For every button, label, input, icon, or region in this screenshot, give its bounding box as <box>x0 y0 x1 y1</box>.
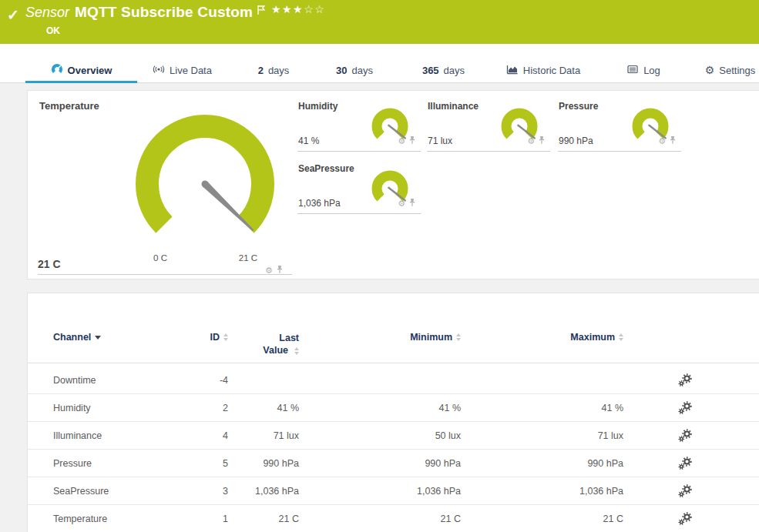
mini-gauge-pressure: Pressure 990 hPa ⚙ <box>558 101 681 152</box>
pin-icon[interactable] <box>276 263 284 277</box>
channel-last-value: 71 lux <box>230 422 299 450</box>
tab-historic-data-label: Historic Data <box>523 65 580 76</box>
channel-maximum: 990 hPa <box>469 450 623 477</box>
channel-settings-gear-icon[interactable]: ⚙ <box>398 199 405 208</box>
tab-bar: Overview Live Data 2 days 30 days 365 da… <box>0 44 759 83</box>
table-row: Humidity 2 41 % 41 % 41 % <box>28 394 759 422</box>
mini-gauge-value: 71 lux <box>428 136 452 146</box>
mini-gauge-title: Illuminance <box>428 101 479 112</box>
area-chart-icon <box>506 63 519 78</box>
channel-settings-gears-icon[interactable] <box>654 450 716 477</box>
tab-log[interactable]: Log <box>620 58 667 82</box>
tab-365-days[interactable]: 365 days <box>407 58 480 82</box>
channel-id: -4 <box>151 366 228 394</box>
channel-last-value <box>230 366 299 394</box>
column-header-minimum[interactable]: Minimum <box>307 332 461 343</box>
tab-2-days-word: days <box>268 65 289 76</box>
gauge-max-label: 21 C <box>231 253 265 263</box>
table-header: Channel ID Last Value Minimum Maximum <box>28 293 759 363</box>
channel-id: 2 <box>151 394 228 422</box>
mini-gauge-title: SeaPressure <box>298 163 354 174</box>
tab-live-data[interactable]: Live Data <box>143 58 222 82</box>
mini-gauge-value: 1,036 hPa <box>298 198 341 209</box>
channel-settings-gear-icon[interactable]: ⚙ <box>265 266 273 275</box>
tab-settings[interactable]: ⚙ Settings <box>697 58 759 82</box>
broadcast-icon <box>153 63 165 78</box>
pin-icon[interactable] <box>408 134 416 148</box>
mini-gauge-value: 41 % <box>298 136 319 146</box>
sensor-status-banner: ✓ Sensor MQTT Subscribe Custom ★★★☆☆ OK <box>0 0 759 44</box>
tab-live-data-label: Live Data <box>170 65 212 76</box>
divider <box>38 274 292 275</box>
gauge-icon <box>51 63 63 78</box>
tab-2-days[interactable]: 2 days <box>247 58 301 82</box>
channel-settings-gears-icon[interactable] <box>654 422 716 450</box>
channel-id: 1 <box>151 505 228 532</box>
channel-maximum: 21 C <box>469 505 623 532</box>
pin-icon[interactable] <box>669 134 677 148</box>
channel-settings-gear-icon[interactable]: ⚙ <box>527 137 535 146</box>
sort-icon <box>456 333 461 341</box>
log-list-icon <box>626 63 639 78</box>
temperature-gauge <box>128 110 282 241</box>
priority-stars[interactable]: ★★★☆☆ <box>271 3 325 15</box>
channel-maximum: 41 % <box>469 394 623 422</box>
mini-gauge-illuminance: Illuminance 71 lux ⚙ <box>427 101 550 152</box>
tab-365-days-number: 365 <box>422 65 439 76</box>
flag-icon[interactable] <box>257 5 267 18</box>
sort-icon <box>619 333 623 341</box>
channel-maximum: 71 lux <box>469 422 623 450</box>
channel-minimum: 41 % <box>307 394 461 422</box>
channel-last-value: 1,036 hPa <box>230 477 299 505</box>
channel-settings-gears-icon[interactable] <box>654 394 716 422</box>
sensor-title: MQTT Subscribe Custom <box>75 4 253 21</box>
channel-name: Illuminance <box>53 422 102 450</box>
column-header-channel-label: Channel <box>53 332 91 343</box>
table-body: Downtime -4 Humidity 2 41 % 41 % 41 % <box>28 366 759 532</box>
pin-icon[interactable] <box>538 134 546 148</box>
channel-settings-gear-icon[interactable]: ⚙ <box>658 137 666 146</box>
sort-icon <box>294 347 299 355</box>
channel-minimum: 1,036 hPa <box>307 477 461 505</box>
channel-name: Humidity <box>53 394 91 422</box>
tab-settings-label: Settings <box>719 65 755 76</box>
channel-settings-gears-icon[interactable] <box>654 505 716 532</box>
table-row: Pressure 5 990 hPa 990 hPa 990 hPa <box>28 450 759 477</box>
channel-name: Temperature <box>53 505 107 532</box>
channel-minimum <box>307 366 461 394</box>
column-header-id-label: ID <box>210 332 220 343</box>
tab-historic-data[interactable]: Historic Data <box>497 58 589 82</box>
tab-30-days-number: 30 <box>336 65 347 76</box>
channel-maximum: 1,036 hPa <box>469 477 623 505</box>
tab-30-days[interactable]: 30 days <box>324 58 385 82</box>
gauges-panel: Temperature 0 C 21 C 21 C ⚙ Humidity 41 … <box>27 90 759 279</box>
channel-id: 3 <box>151 477 228 505</box>
column-header-last-value[interactable]: Last Value <box>230 332 299 356</box>
divider <box>28 363 759 363</box>
tab-log-label: Log <box>643 65 660 76</box>
gear-icon: ⚙ <box>705 65 715 75</box>
channel-settings-gear-icon[interactable]: ⚙ <box>398 137 405 146</box>
channels-table-panel: Channel ID Last Value Minimum Maximum <box>27 293 759 532</box>
channel-settings-gears-icon[interactable] <box>654 477 716 505</box>
channel-settings-gears-icon[interactable] <box>654 366 716 394</box>
pin-icon[interactable] <box>408 196 416 210</box>
ok-check-icon: ✓ <box>7 6 19 24</box>
column-header-maximum[interactable]: Maximum <box>469 332 623 343</box>
tab-2-days-number: 2 <box>258 65 264 76</box>
table-row: Temperature 1 21 C 21 C 21 C <box>28 505 759 532</box>
tab-overview[interactable]: Overview <box>25 58 137 82</box>
table-row: SeaPressure 3 1,036 hPa 1,036 hPa 1,036 … <box>28 477 759 505</box>
column-header-id[interactable]: ID <box>151 332 228 343</box>
column-header-channel[interactable]: Channel <box>53 332 101 343</box>
sort-desc-icon <box>95 336 101 340</box>
table-row: Downtime -4 <box>28 366 759 394</box>
channel-id: 4 <box>151 422 228 450</box>
channel-name: Pressure <box>53 450 92 477</box>
channel-minimum: 21 C <box>307 505 461 532</box>
channel-name: Downtime <box>53 366 96 394</box>
mini-gauge-value: 990 hPa <box>559 136 593 146</box>
channel-last-value: 21 C <box>230 505 299 532</box>
mini-gauge-title: Humidity <box>298 101 338 112</box>
object-kind-label: Sensor <box>25 5 69 21</box>
